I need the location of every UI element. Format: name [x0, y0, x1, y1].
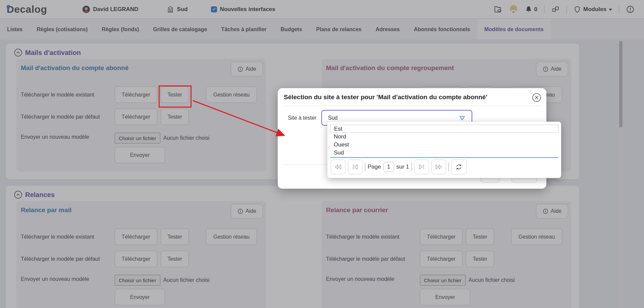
app-window: DDecalogecalog David LEGRAND Sud ✓ Nouve… [0, 0, 644, 308]
option-sud[interactable]: Sud [330, 149, 558, 157]
modal-title: Sélection du site à tester pour 'Mail d'… [284, 94, 529, 101]
fast-backward-button[interactable] [331, 160, 345, 174]
option-ouest[interactable]: Ouest [330, 141, 558, 149]
combobox-value: Sud [328, 115, 337, 121]
page-of-label: sur 1 [396, 164, 409, 170]
divider [330, 157, 558, 158]
first-page-button[interactable] [348, 160, 363, 174]
page-label: Page [368, 164, 381, 170]
site-dropdown-panel: Est Nord Ouest Sud Page sur 1 [327, 122, 561, 178]
pagination-toolbar: Page sur 1 [331, 159, 467, 175]
divider [412, 163, 412, 171]
close-icon[interactable] [532, 93, 542, 103]
option-nord[interactable]: Nord [330, 133, 558, 141]
divider [365, 163, 365, 171]
refresh-button[interactable] [451, 159, 467, 175]
option-est[interactable]: Est [330, 125, 558, 133]
divider [448, 163, 449, 171]
divider [283, 106, 541, 106]
next-page-button[interactable] [414, 160, 429, 174]
site-a-tester-label: Site à tester [288, 110, 316, 126]
dropdown-arrow-icon[interactable] [459, 115, 466, 121]
fast-forward-button[interactable] [431, 160, 446, 174]
page-number-input[interactable] [383, 162, 394, 172]
